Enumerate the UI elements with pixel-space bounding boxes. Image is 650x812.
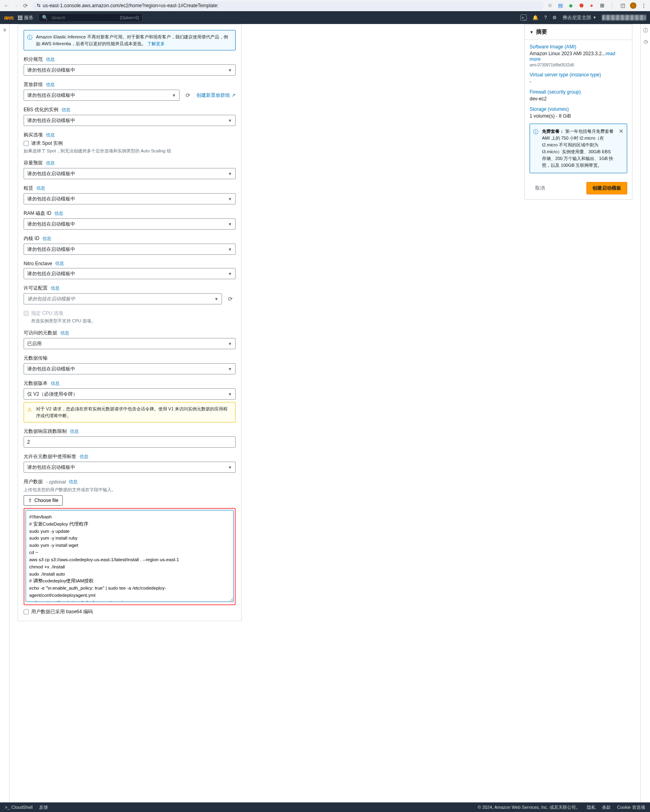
nav-search[interactable]: 🔍 [Option+S] — [38, 13, 142, 22]
info-link[interactable]: 信息 — [60, 330, 69, 336]
select-value: 仅 V2（必须使用令牌） — [27, 391, 78, 398]
select-value: 请勿包括在启动模板中 — [27, 117, 75, 124]
help-icon[interactable]: ? — [544, 15, 547, 20]
region-selector[interactable]: 弗吉尼亚北部 ▼ — [562, 14, 596, 21]
services-menu[interactable]: 服务 — [18, 14, 34, 21]
metadata-tags-select[interactable]: 请勿包括在启动模板中 ▼ — [24, 462, 236, 473]
metadata-access-select[interactable]: 已启用 ▼ — [24, 338, 236, 349]
hamburger-icon[interactable]: ≡ — [3, 27, 6, 33]
refresh-button[interactable]: ⟳ — [183, 90, 193, 100]
nitro-select[interactable]: 请勿包括在启动模板中 ▼ — [24, 268, 236, 279]
info-panel-icon[interactable]: ⓘ — [643, 27, 648, 34]
chevron-down-icon: ▼ — [228, 118, 232, 123]
bell-icon[interactable]: 🔔 — [532, 15, 538, 20]
info-link[interactable]: 信息 — [46, 82, 55, 88]
metadata-hops-input[interactable] — [24, 436, 236, 448]
ext-icon-3[interactable]: ● — [588, 2, 595, 9]
summary-instance-title[interactable]: Virtual server type (instance type) — [530, 72, 627, 78]
cookie-link[interactable]: Cookie 首选项 — [617, 804, 645, 810]
terms-link[interactable]: 条款 — [602, 804, 611, 810]
kernel-label: 内核 ID — [24, 235, 39, 242]
star-icon[interactable]: ☆ — [547, 2, 553, 9]
info-link[interactable]: 信息 — [51, 285, 60, 291]
refresh-button[interactable]: ⟳ — [225, 294, 236, 304]
ext-icon-1[interactable]: ◆ — [568, 2, 574, 9]
kebab-icon[interactable]: ⋮ — [640, 2, 647, 9]
tenancy-select[interactable]: 请勿包括在启动模板中 ▼ — [24, 193, 236, 204]
close-icon[interactable]: ✕ — [619, 127, 624, 136]
settings-icon[interactable]: ⚙ — [552, 15, 557, 20]
ebs-optimized-select[interactable]: 请勿包括在启动模板中 ▼ — [24, 115, 236, 126]
info-link[interactable]: 信息 — [54, 210, 63, 216]
summary-header[interactable]: ▼ 摘要 — [525, 24, 632, 40]
notice-learn-more-link[interactable]: 了解更多 — [147, 41, 165, 46]
user-data-textarea[interactable] — [26, 510, 234, 602]
metadata-transport-label: 元数据传输 — [24, 355, 48, 362]
cancel-button[interactable]: 取消 — [530, 182, 550, 194]
checkbox-icon[interactable] — [24, 609, 29, 614]
kernel-select[interactable]: 请勿包括在启动模板中 ▼ — [24, 244, 236, 255]
chevron-down-icon: ▼ — [228, 68, 232, 72]
select-value: 请勿包括在启动模板中 — [27, 67, 75, 74]
ramdisk-label: RAM 磁盘 ID — [24, 210, 51, 217]
info-link[interactable]: 信息 — [69, 479, 78, 485]
metadata-transport-select[interactable]: 请勿包括在启动模板中 ▼ — [24, 363, 236, 374]
select-value: 请勿包括在启动模板中 — [27, 170, 75, 177]
profile-avatar-icon[interactable] — [630, 2, 636, 9]
cloudshell-button[interactable]: >_ CloudShell — [5, 805, 33, 810]
site-info-icon[interactable]: ⇆ — [37, 3, 40, 8]
back-icon[interactable]: ← — [3, 3, 10, 8]
summary-ami-title[interactable]: Software Image (AMI) — [530, 44, 627, 50]
info-link[interactable]: 信息 — [36, 185, 45, 191]
info-link[interactable]: 信息 — [70, 428, 79, 434]
summary-sg-title[interactable]: Firewall (security group) — [530, 89, 627, 95]
summary-instance-value: - — [530, 79, 627, 84]
base64-checkbox-row[interactable]: 用户数据已采用 base64 编码 — [24, 608, 236, 615]
placement-group-select[interactable]: 请勿包括在启动模板中 ▼ — [24, 90, 180, 101]
capacity-select[interactable]: 请勿包括在启动模板中 ▼ — [24, 168, 236, 179]
info-link[interactable]: 信息 — [46, 160, 55, 166]
select-value: 请勿包括在启动模板中 — [27, 366, 75, 372]
cloudshell-nav-icon[interactable]: >_ — [520, 14, 527, 21]
inference-notice: Amazon Elastic Inference 不再对新客户可用。对于新客户和… — [24, 30, 236, 50]
field-kernel: 内核 ID 信息 请勿包括在启动模板中 ▼ — [24, 235, 236, 255]
cpu-checkbox-label: 指定 CPU 选项 — [31, 310, 63, 317]
forward-icon[interactable]: → — [13, 3, 19, 8]
field-purchasing: 购买选项 信息 请求 Spot 实例 如果选择了 Spot，则无法创建跨多个定价… — [24, 132, 236, 154]
choose-file-button[interactable]: ⇪ Choose file — [24, 495, 63, 506]
license-select[interactable]: 请勿包括在启动模板中 ▼ — [24, 293, 222, 304]
extensions-icon[interactable]: ⊞ — [599, 2, 605, 9]
panel-icon[interactable]: ◫ — [620, 2, 626, 9]
nav-search-input[interactable] — [50, 15, 117, 20]
info-link[interactable]: 信息 — [46, 132, 55, 138]
feedback-link[interactable]: 反馈 — [39, 804, 48, 810]
create-placement-group-link[interactable]: 创建新置放群组 ↗ — [196, 92, 236, 99]
info-link[interactable]: 信息 — [80, 454, 88, 460]
chevron-down-icon: ▼ — [228, 392, 232, 396]
clock-icon[interactable]: ◷ — [644, 39, 648, 44]
account-menu[interactable] — [602, 15, 646, 20]
address-bar[interactable]: ⇆ us-east-1.console.aws.amazon.com/ec2/h… — [32, 1, 544, 10]
checkbox-icon[interactable] — [24, 141, 29, 146]
ext-icon-2[interactable]: ⬣ — [578, 2, 584, 9]
credit-spec-select[interactable]: 请勿包括在启动模板中 ▼ — [24, 64, 236, 76]
info-link[interactable]: 信息 — [55, 260, 64, 266]
field-metadata-access: 可访问的元数据 信息 已启用 ▼ — [24, 330, 236, 349]
info-link[interactable]: 信息 — [42, 236, 51, 242]
metadata-access-label: 可访问的元数据 — [24, 330, 57, 336]
privacy-link[interactable]: 隐私 — [587, 804, 596, 810]
info-link[interactable]: 信息 — [51, 380, 60, 386]
info-link[interactable]: 信息 — [46, 56, 55, 62]
spot-help-text: 如果选择了 Spot，则无法创建跨多个定价选项和实例类型的 Auto Scali… — [24, 148, 236, 154]
aws-logo[interactable]: aws — [4, 14, 13, 21]
summary-storage-title[interactable]: Storage (volumes) — [530, 106, 627, 112]
translate-icon[interactable]: ▤ — [557, 2, 564, 9]
info-link[interactable]: 信息 — [62, 107, 70, 113]
metadata-version-select[interactable]: 仅 V2（必须使用令牌） ▼ — [24, 388, 236, 400]
spot-checkbox-row[interactable]: 请求 Spot 实例 — [24, 140, 236, 147]
metadata-tags-label: 允许在元数据中使用标签 — [24, 453, 76, 460]
ramdisk-select[interactable]: 请勿包括在启动模板中 ▼ — [24, 218, 236, 230]
create-template-button[interactable]: 创建启动模板 — [586, 182, 627, 194]
reload-icon[interactable]: ⟳ — [22, 3, 29, 8]
field-user-data: 用户数据 - optional 信息 上传包含您的用户数据的文件或在字段中输入。… — [24, 478, 236, 615]
